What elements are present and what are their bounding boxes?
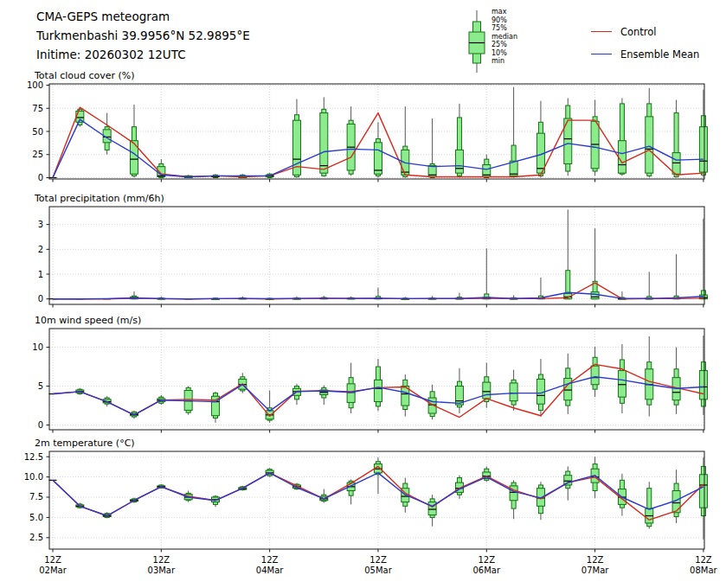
xtick-hour-label: 12Z — [478, 555, 495, 565]
svg-text:0: 0 — [38, 420, 43, 430]
svg-text:0: 0 — [38, 173, 43, 182]
svg-text:2: 2 — [38, 245, 43, 254]
svg-text:1: 1 — [38, 270, 43, 279]
meteogram-canvas: 0255075100012305102.55.07.510.012.512Z02… — [0, 0, 726, 588]
boxes-total-precipitation — [49, 209, 708, 299]
xtick-date-label: 04Mar — [256, 566, 284, 575]
svg-text:10: 10 — [32, 342, 43, 352]
xtick-hour-label: 12Z — [695, 555, 712, 565]
svg-text:3: 3 — [38, 220, 43, 229]
xtick-hour-label: 12Z — [587, 555, 604, 565]
svg-text:5: 5 — [38, 381, 43, 391]
svg-text:10.0: 10.0 — [24, 472, 43, 482]
panel-2m-temperature: 2.55.07.510.012.5 — [24, 451, 708, 553]
svg-text:100: 100 — [27, 80, 43, 90]
panel-10m-wind-speed: 0510 — [32, 329, 707, 433]
svg-text:7.5: 7.5 — [29, 492, 43, 502]
svg-text:25: 25 — [32, 150, 43, 159]
svg-text:0: 0 — [38, 294, 43, 304]
svg-text:12.5: 12.5 — [24, 452, 43, 462]
xtick-date-label: 02Mar — [39, 566, 67, 575]
svg-text:5.0: 5.0 — [29, 513, 43, 522]
xtick-hour-label: 12Z — [369, 555, 387, 565]
xtick-date-label: 07Mar — [581, 566, 609, 575]
xtick-hour-label: 12Z — [153, 555, 170, 565]
svg-text:2.5: 2.5 — [29, 533, 43, 542]
xtick-hour-label: 12Z — [44, 555, 61, 565]
xtick-date-label: 08Mar — [690, 566, 717, 575]
svg-text:50: 50 — [32, 127, 43, 137]
xtick-date-label: 06Mar — [472, 566, 500, 575]
xtick-hour-label: 12Z — [261, 555, 279, 565]
panel-total-precipitation: 0123 — [38, 207, 708, 308]
xtick-date-label: 03Mar — [148, 566, 176, 575]
boxes-10m-wind-speed — [49, 336, 708, 423]
svg-text:75: 75 — [32, 104, 43, 113]
xtick-date-label: 05Mar — [364, 566, 392, 575]
panel-total-cloud-cover: 0255075100 — [27, 80, 708, 182]
